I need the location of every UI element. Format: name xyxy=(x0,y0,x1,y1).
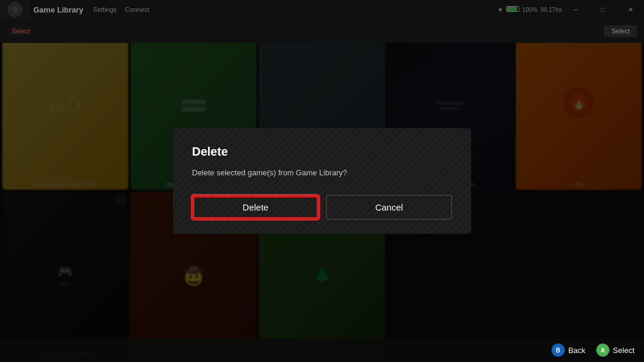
delete-cancel-button[interactable]: Cancel xyxy=(326,195,452,219)
dialog-buttons: Delete Cancel xyxy=(192,195,452,219)
delete-dialog: Delete Delete selected game(s) from Game… xyxy=(173,128,471,234)
back-action: B Back xyxy=(552,344,586,357)
bottom-action-bar: B Back A Select xyxy=(0,338,644,362)
select-action: A Select xyxy=(596,344,634,357)
dialog-message: Delete selected game(s) from Game Librar… xyxy=(192,167,452,179)
select-label: Select xyxy=(613,346,634,355)
back-label: Back xyxy=(568,346,586,355)
a-button-icon: A xyxy=(596,344,609,357)
modal-overlay: Delete Delete selected game(s) from Game… xyxy=(0,0,644,362)
dialog-title: Delete xyxy=(192,145,452,159)
b-button-icon: B xyxy=(552,344,565,357)
delete-confirm-button[interactable]: Delete xyxy=(192,195,319,219)
